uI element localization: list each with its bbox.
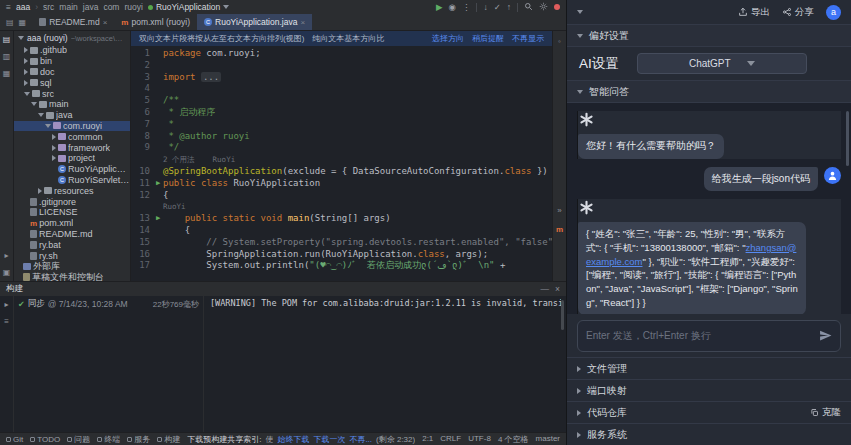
chat-input[interactable]: Enter 发送，Ctrl+Enter 换行	[577, 320, 841, 352]
git-update-button[interactable]: ↓	[483, 2, 487, 12]
git-push-button[interactable]: ↑	[507, 2, 511, 12]
tool-window-button[interactable]: 问题	[67, 434, 90, 445]
code-text: {	[163, 190, 168, 202]
tree-item[interactable]: java	[14, 110, 130, 121]
build-tool-icon[interactable]: ▸	[4, 251, 8, 260]
project-name[interactable]: aaa	[16, 2, 30, 12]
close-panel-icon[interactable]: ×	[555, 284, 560, 294]
project-tool-icon[interactable]: ▤	[3, 35, 11, 44]
tree-item[interactable]: framework	[14, 142, 130, 153]
breadcrumb[interactable]: ruoyi	[124, 2, 142, 12]
close-tab-icon[interactable]: ×	[103, 18, 108, 27]
section-preferences[interactable]: 偏好设置	[567, 24, 851, 47]
tool-window-button[interactable]: TODO	[30, 434, 60, 445]
run-configuration[interactable]: RuoYiApplication	[148, 2, 229, 12]
tab-ruoyi-application[interactable]: C RuoYiApplication.java ×	[197, 14, 312, 30]
structure-view-icon[interactable]: ▦	[19, 18, 27, 27]
banner-action-choose-direction[interactable]: 选择方向	[432, 33, 464, 44]
share-button[interactable]: 分享	[782, 6, 814, 19]
close-tab-icon[interactable]: ×	[300, 18, 305, 27]
run-gutter-icon[interactable]: ▶	[153, 178, 163, 190]
build-console[interactable]: [WARNING] The POM for com.alibaba:druid:…	[204, 296, 561, 432]
always-download-link[interactable]: 始终下载	[277, 434, 309, 445]
section-service-system[interactable]: 服务系统	[567, 423, 851, 445]
section-code-repository[interactable]: 代码仓库 克隆	[567, 401, 851, 423]
minimize-panel-icon[interactable]: —	[541, 284, 550, 294]
tree-item[interactable]: resources	[14, 185, 130, 196]
breadcrumb[interactable]: main	[59, 2, 77, 12]
status-widget[interactable]: 2:1	[422, 434, 433, 445]
tree-item[interactable]: README.md	[14, 229, 130, 240]
banner-action-remind-later[interactable]: 稍后提醒	[472, 33, 504, 44]
run-gutter-icon[interactable]: ▶	[153, 213, 163, 225]
status-widget[interactable]: CRLF	[440, 434, 461, 445]
section-file-management[interactable]: 文件管理	[567, 357, 851, 379]
search-icon[interactable]	[524, 2, 533, 13]
clone-button[interactable]: 克隆	[810, 406, 841, 419]
section-port-mapping[interactable]: 端口映射	[567, 379, 851, 401]
tool-window-button[interactable]: 构建	[157, 434, 180, 445]
dont-ask-link[interactable]: 不再...	[349, 434, 372, 445]
tree-item[interactable]: .gitignore	[14, 196, 130, 207]
download-once-link[interactable]: 下载一次	[313, 434, 345, 445]
tree-item[interactable]: common	[14, 131, 130, 142]
code-editor[interactable]: 双向文本片段将按从左至右文本方向排列(视图) 纯向文本基本方向比 选择方向 稍后…	[131, 31, 552, 281]
status-widget[interactable]: 4 个空格	[498, 434, 529, 445]
tab-readme[interactable]: README.md ×	[32, 14, 114, 30]
send-icon[interactable]	[819, 329, 832, 344]
export-button[interactable]: 导出	[738, 6, 770, 19]
tree-item[interactable]: ry.bat	[14, 239, 130, 250]
git-commit-button[interactable]: ✓	[494, 2, 501, 12]
tree-item[interactable]: ry.sh	[14, 250, 130, 261]
status-widget[interactable]: master	[536, 434, 560, 445]
build-options-icon[interactable]: ≡	[4, 317, 9, 326]
expand-tool-icon[interactable]: »	[557, 206, 561, 215]
tab-pom[interactable]: m pom.xml (ruoyi)	[114, 14, 197, 30]
tree-item[interactable]: CRuoYiApplication	[14, 164, 130, 175]
project-view-icon[interactable]: ▤	[6, 18, 14, 27]
project-tree-header[interactable]: aaa (ruoyi) ~\workspace\aaa	[14, 31, 130, 45]
tree-item[interactable]: doc	[14, 67, 130, 78]
tree-item[interactable]: project	[14, 153, 130, 164]
structure-tool-icon[interactable]: ▦	[3, 69, 11, 78]
banner-action-dont-show[interactable]: 不再显示	[512, 33, 544, 44]
breadcrumb[interactable]: com	[103, 2, 119, 12]
maven-tool-icon[interactable]: m	[556, 225, 563, 234]
run-button[interactable]: ▶	[436, 2, 443, 12]
commit-tool-icon[interactable]: ▥	[3, 52, 11, 61]
tree-item[interactable]: src	[14, 88, 130, 99]
breadcrumb[interactable]: src	[43, 2, 54, 12]
section-smart-qa[interactable]: 智能问答	[567, 80, 851, 103]
tree-item[interactable]: sql	[14, 77, 130, 88]
chat-scrollbar[interactable]	[846, 111, 849, 166]
user-avatar[interactable]: a	[826, 5, 841, 20]
tree-item[interactable]: CRuoYiServletInitial...	[14, 175, 130, 186]
notifications-bell-icon[interactable]: ◦	[558, 37, 561, 46]
model-select-dropdown[interactable]: ChatGPT	[637, 53, 807, 74]
tool-window-button[interactable]: 终端	[97, 434, 120, 445]
collapse-panel-icon[interactable]	[577, 10, 583, 14]
chat-bubble: { "姓名": "张三", "年龄": 25, "性别": "男", "联系方式…	[578, 222, 806, 314]
debug-button[interactable]: ◉	[448, 2, 455, 12]
tree-item[interactable]: main	[14, 99, 130, 110]
more-actions-button[interactable]: ⋮	[462, 2, 471, 12]
console-scrollbar[interactable]	[561, 300, 564, 330]
tree-item[interactable]: mpom.xml	[14, 218, 130, 229]
tree-item[interactable]: LICENSE	[14, 207, 130, 218]
settings-gear-icon[interactable]	[539, 2, 548, 13]
project-path: ~\workspace\aaa	[71, 34, 126, 43]
status-widget[interactable]: UTF-8	[468, 434, 491, 445]
tool-window-button[interactable]: Git	[6, 434, 23, 445]
tree-item[interactable]: bin	[14, 56, 130, 67]
breadcrumb[interactable]: java	[83, 2, 99, 12]
rerun-build-icon[interactable]: ▸	[4, 300, 8, 309]
status-right-widgets: 2:1CRLFUTF-84 个空格master	[422, 434, 560, 445]
terminal-tool-icon[interactable]: ▣	[3, 268, 11, 277]
tree-item[interactable]: 草稿文件和控制台	[14, 272, 130, 281]
tree-item[interactable]: com.ruoyi	[14, 121, 130, 132]
code-text: RuoYi	[163, 201, 186, 213]
tree-item[interactable]: .github	[14, 45, 130, 56]
sync-result-row[interactable]: ✔ 同步 @ 7/14/23, 10:28 AM 22秒769毫秒	[18, 298, 199, 310]
tool-window-button[interactable]: 服务	[127, 434, 150, 445]
main-menu-icon[interactable]: ≡	[6, 2, 11, 12]
